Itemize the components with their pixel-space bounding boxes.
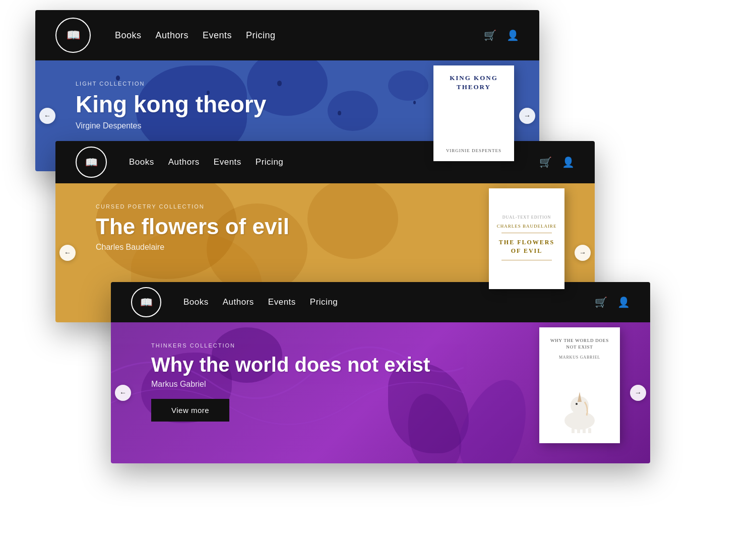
nav-pricing-purple[interactable]: Pricing — [310, 297, 338, 307]
logo-purple[interactable]: 📖 — [131, 287, 161, 317]
hero-content-blue: LIGHT COLLECTION King kong theory Virgin… — [76, 81, 266, 130]
book-cover-purple: WHY THE WORLD DOES NOT EXIST MARKUS GABR… — [539, 327, 620, 443]
book-icon-purple: 📖 — [140, 296, 153, 308]
book-icon-gold: 📖 — [85, 156, 98, 168]
hero-title-blue: King kong theory — [76, 92, 266, 117]
dot4 — [338, 111, 341, 115]
nav-links-blue: Books Authors Events Pricing — [115, 30, 276, 41]
book-cover-author-blue: VIRGINIE DESPENTES — [446, 148, 501, 153]
nav-events-blue[interactable]: Events — [203, 30, 232, 41]
nav-links-gold: Books Authors Events Pricing — [129, 157, 283, 167]
arrow-left-purple[interactable]: ← — [115, 385, 131, 401]
arrow-left-gold[interactable]: ← — [59, 245, 76, 261]
logo-blue[interactable]: 📖 — [55, 18, 91, 53]
book-edition-gold: DUAL-TEXT EDITION — [502, 215, 551, 220]
nav-books-purple[interactable]: Books — [183, 297, 209, 307]
svg-rect-7 — [588, 428, 591, 433]
view-more-button[interactable]: View more — [151, 399, 229, 422]
hero-purple: THINKERS COLLECTION Why the world does n… — [111, 322, 650, 463]
hero-content-purple: THINKERS COLLECTION Why the world does n… — [151, 342, 430, 422]
book-divider-bottom — [501, 260, 552, 260]
navbar-purple: 📖 Books Authors Events Pricing 🛒 👤 — [111, 282, 650, 322]
user-icon-purple[interactable]: 👤 — [617, 296, 630, 308]
arrow-right-purple[interactable]: → — [630, 385, 646, 401]
gold-blob3 — [307, 183, 398, 259]
hero-author-purple: Markus Gabriel — [151, 380, 430, 389]
blob3 — [328, 91, 378, 131]
nav-authors-gold[interactable]: Authors — [168, 157, 200, 167]
nav-pricing-blue[interactable]: Pricing — [246, 30, 276, 41]
collection-label-blue: LIGHT COLLECTION — [76, 81, 266, 87]
book-title-blue: KING KONG THEORY — [450, 74, 498, 92]
hero-author-gold: Charles Baudelaire — [96, 243, 289, 252]
hero-title-gold: The flowers of evil — [96, 215, 289, 239]
svg-point-3 — [576, 403, 578, 405]
nav-icons-gold: 🛒 👤 — [539, 156, 575, 168]
book-cover-gold: DUAL-TEXT EDITION CHARLES BAUDELAIRE THE… — [489, 188, 564, 289]
nav-events-gold[interactable]: Events — [214, 157, 241, 167]
svg-rect-4 — [572, 428, 575, 433]
nav-authors-purple[interactable]: Authors — [223, 297, 254, 307]
logo-gold[interactable]: 📖 — [76, 147, 107, 178]
hero-content-gold: CURSED POETRY COLLECTION The flowers of … — [96, 203, 289, 252]
navbar-blue: 📖 Books Authors Events Pricing 🛒 👤 — [35, 10, 539, 60]
hero-author-blue: Virgine Despentes — [76, 121, 266, 130]
book-title-gold: THE FLOWERS OF EVIL — [495, 238, 558, 255]
blob4 — [388, 71, 428, 101]
cart-icon-gold[interactable]: 🛒 — [539, 156, 552, 168]
cart-icon-purple[interactable]: 🛒 — [595, 296, 607, 308]
user-icon-blue[interactable]: 👤 — [507, 29, 519, 41]
book-title-purple: WHY THE WORLD DOES NOT EXIST — [545, 337, 614, 350]
dot1 — [116, 76, 120, 81]
book-author-purple: MARKUS GABRIEL — [559, 355, 600, 360]
cart-icon-blue[interactable]: 🛒 — [484, 29, 496, 41]
hero-title-purple: Why the world does not exist — [151, 354, 430, 376]
dot3 — [277, 81, 282, 86]
arrow-left-blue[interactable]: ← — [39, 108, 55, 124]
book-author-name-gold: CHARLES BAUDELAIRE — [497, 224, 557, 229]
nav-icons-purple: 🛒 👤 — [595, 296, 630, 308]
dot5 — [413, 101, 416, 104]
nav-pricing-gold[interactable]: Pricing — [256, 157, 283, 167]
nav-books-blue[interactable]: Books — [115, 30, 142, 41]
unicorn-svg — [554, 383, 605, 433]
nav-books-gold[interactable]: Books — [129, 157, 154, 167]
collection-label-purple: THINKERS COLLECTION — [151, 342, 430, 349]
book-icon-blue: 📖 — [67, 29, 80, 42]
slide-card-purple: 📖 Books Authors Events Pricing 🛒 👤 THINK… — [111, 282, 650, 463]
arrow-right-gold[interactable]: → — [575, 245, 591, 261]
collection-label-gold: CURSED POETRY COLLECTION — [96, 203, 289, 210]
svg-rect-5 — [577, 428, 580, 433]
nav-links-purple: Books Authors Events Pricing — [183, 297, 338, 307]
unicorn-area — [554, 365, 605, 433]
user-icon-gold[interactable]: 👤 — [562, 156, 575, 168]
nav-icons-blue: 🛒 👤 — [484, 29, 519, 41]
svg-rect-6 — [583, 428, 586, 433]
arrow-right-blue[interactable]: → — [519, 108, 535, 124]
book-divider-top — [501, 233, 552, 233]
nav-authors-blue[interactable]: Authors — [156, 30, 189, 41]
book-cover-blue: KING KONG THEORY VIRGINIE DESPENTES — [433, 65, 514, 161]
nav-events-purple[interactable]: Events — [268, 297, 296, 307]
